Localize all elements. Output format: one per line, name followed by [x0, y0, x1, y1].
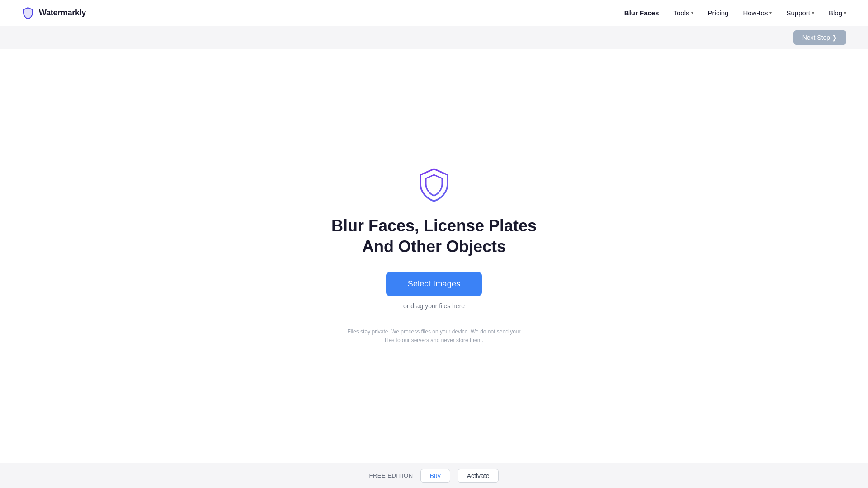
privacy-note-text: Files stay private. We process files on … [344, 328, 524, 345]
nav-links: Blur Faces Tools ▾ Pricing How-tos ▾ Sup… [624, 9, 846, 17]
hero-shield-icon [416, 167, 452, 205]
nav-tools[interactable]: Tools ▾ [674, 9, 693, 17]
free-edition-label: FREE EDITION [369, 472, 413, 479]
select-images-button[interactable]: Select Images [386, 272, 482, 296]
blog-chevron-icon: ▾ [844, 10, 846, 15]
logo-text: Watermarkly [39, 8, 86, 18]
logo-area[interactable]: Watermarkly [22, 7, 86, 19]
buy-button[interactable]: Buy [420, 469, 450, 483]
nav-support[interactable]: Support ▾ [786, 9, 814, 17]
hero-title: Blur Faces, License Plates And Other Obj… [321, 216, 547, 258]
bottom-bar: FREE EDITION Buy Activate [0, 463, 868, 488]
nav-pricing[interactable]: Pricing [708, 9, 729, 17]
activate-button[interactable]: Activate [458, 469, 499, 483]
nav-howtos[interactable]: How-tos ▾ [743, 9, 772, 17]
tools-chevron-icon: ▾ [691, 10, 693, 15]
main-content: Blur Faces, License Plates And Other Obj… [0, 49, 868, 463]
logo-shield-icon [22, 7, 34, 19]
sub-bar: Next Step ❯ [0, 26, 868, 49]
navigation: Watermarkly Blur Faces Tools ▾ Pricing H… [0, 0, 868, 26]
nav-blog[interactable]: Blog ▾ [829, 9, 846, 17]
support-chevron-icon: ▾ [812, 10, 814, 15]
howtos-chevron-icon: ▾ [769, 10, 772, 15]
nav-blur-faces[interactable]: Blur Faces [624, 9, 659, 17]
drag-hint-text: or drag your files here [403, 302, 465, 310]
next-step-button[interactable]: Next Step ❯ [793, 30, 846, 45]
